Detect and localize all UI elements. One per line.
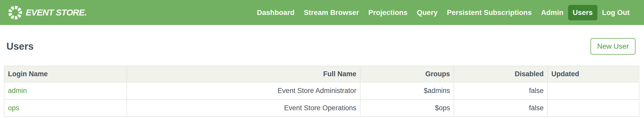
logo-text: EVENT STORE.	[26, 7, 87, 18]
cell-login-name: ops	[4, 99, 127, 117]
column-header-full-name: Full Name	[127, 66, 360, 82]
table-row: adminEvent Store Administrator$adminsfal…	[4, 82, 639, 99]
cell-disabled: false	[454, 99, 548, 117]
page-header: Users New User	[6, 38, 636, 55]
nav-item-persistent-subscriptions[interactable]: Persistent Subscriptions	[442, 5, 536, 20]
cell-groups: $ops	[360, 99, 454, 117]
nav-item-admin[interactable]: Admin	[536, 5, 568, 20]
nav-item-dashboard[interactable]: Dashboard	[252, 5, 299, 20]
column-header-disabled: Disabled	[454, 66, 548, 82]
page-title: Users	[6, 41, 34, 52]
cell-disabled: false	[454, 82, 548, 99]
event-store-logo[interactable]: EVENT STORE.	[8, 5, 87, 20]
users-table-container: Login NameFull NameGroupsDisabledUpdated…	[4, 66, 640, 117]
main-nav: DashboardStream BrowserProjectionsQueryP…	[252, 5, 634, 20]
nav-item-users[interactable]: Users	[568, 5, 597, 20]
cell-full-name: Event Store Operations	[127, 99, 360, 117]
cell-full-name: Event Store Administrator	[127, 82, 360, 99]
event-store-ring-icon	[8, 5, 23, 20]
nav-item-projections[interactable]: Projections	[364, 5, 412, 20]
user-login-link[interactable]: admin	[8, 87, 27, 95]
table-row: opsEvent Store Operations$opsfalse	[4, 99, 639, 117]
cell-updated	[548, 82, 639, 99]
nav-item-query[interactable]: Query	[412, 5, 442, 20]
main-content: Users New User Login NameFull NameGroups…	[0, 38, 644, 117]
table-header-row: Login NameFull NameGroupsDisabledUpdated	[4, 66, 639, 82]
user-login-link[interactable]: ops	[8, 104, 19, 112]
column-header-login-name: Login Name	[4, 66, 127, 82]
cell-groups: $admins	[360, 82, 454, 99]
cell-login-name: admin	[4, 82, 127, 99]
nav-item-stream-browser[interactable]: Stream Browser	[299, 5, 364, 20]
users-table: Login NameFull NameGroupsDisabledUpdated…	[4, 66, 639, 117]
column-header-groups: Groups	[360, 66, 454, 82]
new-user-button[interactable]: New User	[590, 38, 636, 55]
nav-item-log-out[interactable]: Log Out	[597, 5, 634, 20]
top-header-bar: EVENT STORE. DashboardStream BrowserProj…	[0, 0, 644, 25]
column-header-updated: Updated	[548, 66, 639, 82]
cell-updated	[548, 99, 639, 117]
